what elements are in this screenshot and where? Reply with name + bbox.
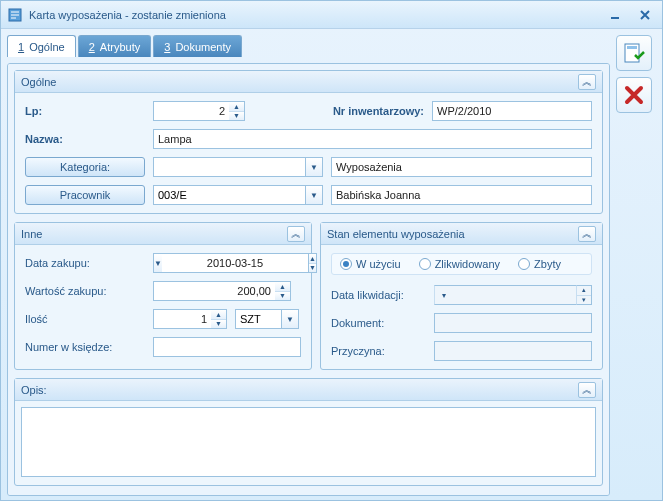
spin-down-icon[interactable]: ▼	[309, 264, 316, 273]
chevron-down-icon[interactable]: ▼	[281, 309, 299, 329]
data-likw-label: Data likwidacji:	[331, 289, 426, 301]
panel-opis: Opis: ︽	[14, 378, 603, 486]
spin-up-icon: ▴	[577, 286, 591, 296]
cancel-button[interactable]	[616, 77, 652, 113]
panel-opis-title: Opis:	[21, 384, 578, 396]
dokument-label: Dokument:	[331, 317, 426, 329]
data-zakupu-input[interactable]	[162, 253, 308, 273]
numer-label: Numer w księdze:	[25, 341, 145, 353]
pracownik-button[interactable]: Pracownik	[25, 185, 145, 205]
tab-atrybuty[interactable]: 2 Atrybuty	[78, 35, 152, 57]
ilosc-spinner[interactable]: ▲▼	[153, 309, 227, 329]
ilosc-label: Ilość	[25, 313, 145, 325]
collapse-icon[interactable]: ︽	[287, 226, 305, 242]
panel-stan: Stan elementu wyposażenia ︽ W użyciu Zli…	[320, 222, 603, 370]
radio-icon	[419, 258, 431, 270]
svg-rect-3	[627, 46, 637, 49]
spin-down-icon[interactable]: ▼	[275, 292, 290, 301]
spin-down-icon[interactable]: ▼	[211, 320, 226, 329]
przyczyna-label: Przyczyna:	[331, 345, 426, 357]
kategoria-button[interactable]: Kategoria:	[25, 157, 145, 177]
collapse-icon[interactable]: ︽	[578, 226, 596, 242]
collapse-icon[interactable]: ︽	[578, 382, 596, 398]
spin-down-icon: ▾	[577, 296, 591, 305]
panel-inne-title: Inne	[21, 228, 287, 240]
nazwa-input[interactable]	[153, 129, 592, 149]
data-likw-combo: ▾ ▴▾	[434, 285, 592, 305]
wartosc-label: Wartość zakupu:	[25, 285, 145, 297]
panel-inne: Inne ︽ Data zakupu: ▼ ▲▼	[14, 222, 312, 370]
tab-dokumenty[interactable]: 3 Dokumenty	[153, 35, 242, 57]
panel-ogolne: Ogólne ︽ Lp: ▲▼ Nr inwentarzowy:	[14, 70, 603, 214]
spin-up-icon[interactable]: ▲	[229, 102, 244, 112]
nazwa-label: Nazwa:	[25, 133, 145, 145]
spin-up-icon[interactable]: ▲	[309, 254, 316, 264]
tab-ogolne[interactable]: 1 Ogólne	[7, 35, 76, 57]
opis-textarea[interactable]	[21, 407, 596, 477]
ilosc-unit-combo[interactable]: SZT ▼	[235, 309, 299, 329]
pracownik-combo[interactable]: 003/E ▼	[153, 185, 323, 205]
radio-icon	[340, 258, 352, 270]
minimize-button[interactable]	[604, 6, 626, 24]
panel-ogolne-title: Ogólne	[21, 76, 578, 88]
svg-rect-1	[611, 17, 619, 19]
chevron-down-icon[interactable]: ▼	[305, 157, 323, 177]
wartosc-input[interactable]	[153, 281, 275, 301]
numer-input[interactable]	[153, 337, 301, 357]
lp-spinner[interactable]: ▲▼	[153, 101, 245, 121]
panel-stan-title: Stan elementu wyposażenia	[327, 228, 578, 240]
nr-inw-input[interactable]	[432, 101, 592, 121]
radio-w-uzyciu[interactable]: W użyciu	[340, 258, 401, 270]
dokument-field	[434, 313, 592, 333]
lp-input[interactable]	[153, 101, 229, 121]
data-zakupu-label: Data zakupu:	[25, 257, 145, 269]
ilosc-input[interactable]	[153, 309, 211, 329]
chevron-down-icon: ▾	[434, 285, 452, 305]
spin-up-icon[interactable]: ▲	[211, 310, 226, 320]
radio-icon	[518, 258, 530, 270]
kategoria-combo[interactable]: ▼	[153, 157, 323, 177]
kategoria-text[interactable]	[331, 157, 592, 177]
radio-zbyty[interactable]: Zbyty	[518, 258, 561, 270]
pracownik-text[interactable]	[331, 185, 592, 205]
save-button[interactable]	[616, 35, 652, 71]
wartosc-spinner[interactable]: ▲▼	[153, 281, 291, 301]
app-icon	[7, 7, 23, 23]
close-button[interactable]	[634, 6, 656, 24]
audit-footer: Wprowadził: ▾ Zmodyfikował: ▾	[14, 494, 603, 496]
chevron-down-icon[interactable]: ▼	[153, 253, 162, 273]
radio-zlikwidowany[interactable]: Zlikwidowany	[419, 258, 500, 270]
przyczyna-field	[434, 341, 592, 361]
collapse-icon[interactable]: ︽	[578, 74, 596, 90]
nr-inw-label: Nr inwentarzowy:	[333, 105, 424, 117]
window-title: Karta wyposażenia - zostanie zmieniona	[29, 9, 604, 21]
spin-up-icon[interactable]: ▲	[275, 282, 290, 292]
data-zakupu-combo[interactable]: ▼ ▲▼	[153, 253, 293, 273]
spin-down-icon[interactable]: ▼	[229, 112, 244, 121]
chevron-down-icon[interactable]: ▼	[305, 185, 323, 205]
lp-label: Lp:	[25, 105, 145, 117]
